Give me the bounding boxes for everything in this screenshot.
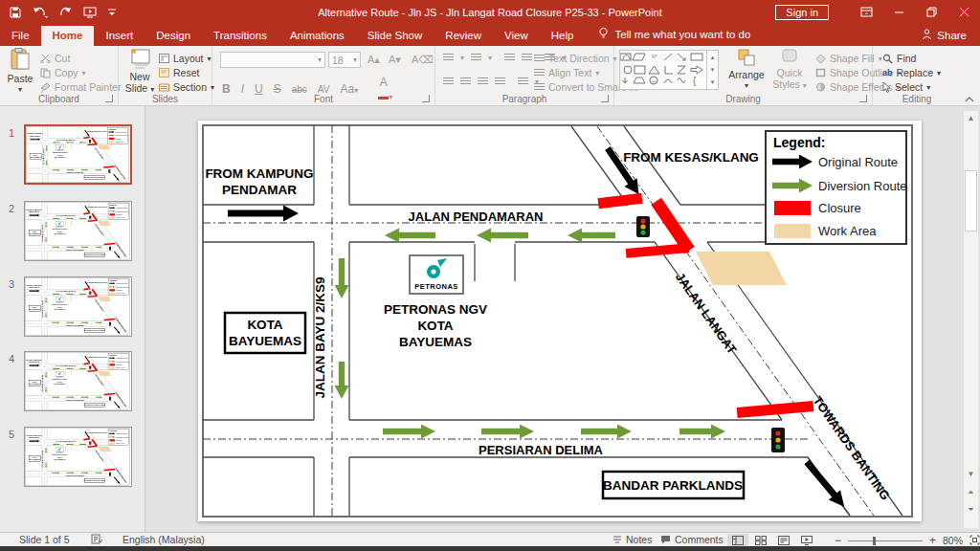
slide-thumbnail-3[interactable] — [24, 276, 132, 337]
arrange-button[interactable]: Arrange▾ — [725, 48, 768, 92]
align-text-button[interactable]: Align Text ▾ — [534, 67, 599, 78]
quick-styles-button[interactable]: QuickStyles ▾ — [769, 48, 810, 92]
tab-help[interactable]: Help — [540, 26, 586, 46]
magnifier-icon — [882, 54, 893, 64]
align-right-icon[interactable] — [478, 77, 488, 86]
scrollbar-thumb[interactable] — [965, 170, 977, 231]
group-label-slides: Slides — [119, 94, 212, 104]
scroll-up-icon[interactable]: ▲ — [964, 114, 978, 122]
comments-icon — [660, 535, 671, 544]
brush-icon — [40, 82, 51, 93]
group-paragraph: ▾ ▾ ▾ ▾ Text Direction ▾ Align Text ▾ Co… — [435, 46, 614, 105]
scroll-down-icon[interactable]: ▼ — [964, 470, 978, 478]
font-dialog-launcher[interactable] — [422, 95, 430, 102]
next-slide-icon[interactable]: ⏷ — [964, 505, 978, 515]
comments-button[interactable]: Comments — [660, 534, 724, 545]
slide-editing-area[interactable] — [198, 121, 922, 521]
tell-me-box[interactable]: Tell me what you want to do — [598, 27, 750, 46]
tab-view[interactable]: View — [493, 26, 540, 46]
align-left-icon[interactable] — [443, 77, 454, 86]
align-center-icon[interactable] — [460, 77, 471, 86]
restore-button[interactable] — [915, 0, 947, 24]
thumbnail-number: 3 — [9, 278, 14, 290]
justify-icon[interactable] — [495, 77, 505, 86]
tab-animations[interactable]: Animations — [278, 26, 356, 46]
tab-slide-show[interactable]: Slide Show — [356, 26, 434, 46]
layout-icon — [159, 54, 169, 63]
decrease-indent-icon[interactable] — [504, 54, 515, 62]
undo-icon[interactable] — [33, 7, 48, 18]
tab-transitions[interactable]: Transitions — [202, 26, 278, 46]
shadow-abc-button[interactable]: abc — [292, 84, 307, 95]
group-font: ▾ 18▾ A▴ A▾ A⌫ B I U S abc AV Aa▾ A▾ Fon… — [212, 46, 435, 105]
reading-view-icon[interactable] — [773, 534, 794, 546]
slide-thumbnail-5[interactable] — [24, 427, 132, 487]
select-button[interactable]: Select ▾ — [882, 81, 930, 93]
accessibility-icon[interactable] — [91, 534, 102, 544]
view-switcher — [727, 534, 817, 546]
slide-thumbnail-1[interactable] — [24, 124, 132, 185]
notes-button[interactable]: Notes — [612, 534, 652, 545]
slide-sorter-view-icon[interactable] — [750, 534, 771, 546]
clear-formatting-icon[interactable]: A⌫ — [412, 54, 434, 66]
tab-insert[interactable]: Insert — [94, 26, 145, 46]
quick-access-toolbar — [0, 7, 116, 18]
new-slide-button[interactable]: New Slide ▾ — [122, 48, 158, 96]
save-icon[interactable] — [10, 7, 21, 18]
layout-button[interactable]: Layout ▾ — [159, 53, 212, 64]
tab-review[interactable]: Review — [434, 26, 493, 46]
tab-design[interactable]: Design — [145, 26, 202, 46]
section-button[interactable]: Section ▾ — [159, 81, 214, 93]
shapes-scroll[interactable]: ▴▾▾ — [706, 51, 718, 91]
previous-slide-icon[interactable]: ⏶ — [964, 488, 978, 497]
drawing-dialog-launcher[interactable] — [859, 95, 867, 102]
zoom-level[interactable]: 80% — [943, 535, 963, 546]
tab-home[interactable]: Home — [41, 26, 95, 46]
vertical-scrollbar[interactable]: ▲ ▼ ⏶ ⏷ — [964, 111, 978, 528]
slide-thumbnail-4[interactable] — [24, 351, 132, 411]
columns-icon[interactable] — [518, 77, 528, 86]
new-slide-icon — [128, 48, 151, 69]
start-slideshow-icon[interactable] — [83, 7, 97, 18]
slide-counter[interactable]: Slide 1 of 5 — [19, 534, 70, 545]
share-button[interactable]: Share — [922, 29, 967, 42]
cut-button[interactable]: Cut — [40, 53, 70, 64]
shapes-icons: { — [620, 51, 708, 89]
paste-button[interactable]: Paste▾ — [2, 48, 38, 96]
character-spacing-button[interactable]: AV — [318, 84, 330, 95]
customize-qat-icon[interactable] — [108, 9, 116, 16]
zoom-out-icon[interactable]: − — [835, 534, 841, 547]
redo-icon[interactable] — [59, 7, 72, 18]
language-indicator[interactable]: English (Malaysia) — [122, 534, 205, 545]
replace-button[interactable]: ab Replace ▾ — [882, 67, 941, 78]
format-painter-button[interactable]: Format Painter — [40, 81, 121, 93]
tab-file[interactable]: File — [0, 26, 41, 46]
slide-thumbnail-2[interactable] — [24, 201, 132, 261]
slideshow-view-icon[interactable] — [796, 534, 817, 546]
shrink-font-icon[interactable]: A▾ — [389, 54, 401, 66]
zoom-slider[interactable] — [848, 540, 923, 541]
paragraph-dialog-launcher[interactable] — [601, 95, 609, 102]
grow-font-icon[interactable]: A▴ — [368, 54, 380, 66]
sign-in-button[interactable]: Sign in — [775, 5, 829, 20]
normal-view-icon[interactable] — [727, 534, 748, 546]
minimize-button[interactable] — [882, 0, 915, 24]
text-direction-button[interactable]: Text Direction ▾ — [534, 53, 617, 64]
group-editing: Find ab Replace ▾ Select ▾ Editing — [873, 46, 961, 105]
zoom-in-icon[interactable]: + — [929, 534, 936, 547]
collapse-ribbon-icon[interactable] — [965, 94, 974, 105]
ribbon-display-options-icon[interactable] — [850, 0, 882, 24]
zoom-slider-knob[interactable] — [873, 537, 876, 545]
font-name-select[interactable]: ▾ — [220, 52, 325, 68]
close-button[interactable] — [947, 0, 980, 24]
reset-button[interactable]: Reset — [159, 67, 199, 78]
numbering-icon[interactable] — [471, 54, 481, 62]
shapes-gallery[interactable]: { ▴▾▾ — [619, 50, 719, 90]
find-button[interactable]: Find — [882, 53, 916, 64]
clipboard-dialog-launcher[interactable] — [105, 95, 113, 102]
increase-indent-icon[interactable] — [522, 54, 532, 62]
bullets-icon[interactable] — [443, 54, 454, 62]
copy-button[interactable]: Copy ▾ — [40, 67, 86, 78]
fit-to-window-icon[interactable] — [969, 535, 980, 547]
font-size-select[interactable]: 18▾ — [328, 52, 361, 68]
